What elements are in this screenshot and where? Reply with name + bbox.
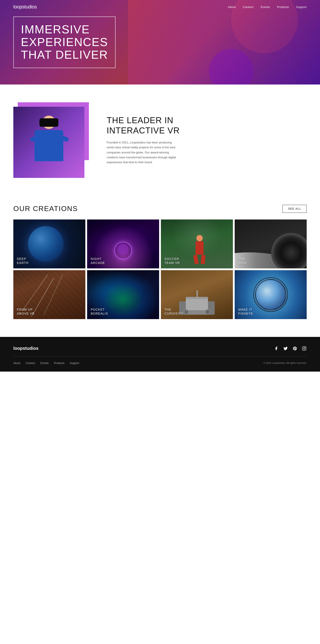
vr-headset <box>39 118 58 127</box>
fisheye-lens <box>255 279 286 310</box>
pinterest-icon[interactable] <box>293 346 297 351</box>
footer-link-careers[interactable]: Careers <box>25 362 35 365</box>
see-all-button[interactable]: SEE ALL <box>283 205 307 213</box>
svg-point-1 <box>304 348 305 349</box>
twitter-icon[interactable] <box>283 346 288 351</box>
rover-body <box>186 299 208 310</box>
creation-card-soccer[interactable]: SOCCER TEAM VR <box>161 220 233 268</box>
creations-section: OUR CREATIONS SEE ALL DEEP EARTH NIGHT A… <box>0 196 320 337</box>
card-label-night-arcade: NIGHT ARCADE <box>91 257 105 265</box>
creations-grid: DEEP EARTH NIGHT ARCADE SOCCER TEAM VR <box>13 220 307 319</box>
leader-heading: THE LEADER IN INTERACTIVE VR <box>107 116 307 136</box>
creation-card-curiosity[interactable]: THE CURIOSITY <box>161 270 233 319</box>
nav-link-careers[interactable]: Careers <box>243 5 254 9</box>
creation-card-from-up[interactable]: FROM UP ABOVE VR <box>13 270 85 319</box>
aerial-roads <box>13 270 85 319</box>
footer-link-events[interactable]: Events <box>40 362 49 365</box>
card-label-fisheye: MAKE IT FISHEYE <box>238 308 253 316</box>
footer-top: loopstudios <box>13 346 307 351</box>
footer-copyright: © 2021 Loopstudios. All rights reserved. <box>263 362 307 364</box>
rover-wheel-r <box>205 309 210 315</box>
creation-card-fisheye[interactable]: MAKE IT FISHEYE <box>235 270 307 319</box>
leader-image-container <box>13 102 89 178</box>
card-label-grid: THE GRID <box>238 257 247 265</box>
nav-logo: loopstudios <box>13 4 37 10</box>
footer-links: About Careers Events Products Support <box>13 361 79 365</box>
nav-link-products[interactable]: Products <box>277 5 289 9</box>
nav-link-about[interactable]: About <box>228 5 236 9</box>
creation-card-borealis[interactable]: POCKET BOREALIS <box>87 270 159 319</box>
footer-divider <box>13 356 307 356</box>
person-figure <box>27 111 71 178</box>
creations-title: OUR CREATIONS <box>13 204 78 213</box>
footer-link-support[interactable]: Support <box>70 362 79 365</box>
soccer-player <box>193 235 206 262</box>
nav-link-events[interactable]: Events <box>261 5 270 9</box>
arcade-inner <box>118 244 129 255</box>
main-nav: loopstudios About Careers Events Product… <box>0 0 320 14</box>
creation-card-night-arcade[interactable]: NIGHT ARCADE <box>87 220 159 268</box>
card-label-deep-earth: DEEP EARTH <box>17 257 28 265</box>
creation-card-grid[interactable]: THE GRID <box>235 220 307 268</box>
footer-bottom: About Careers Events Products Support © … <box>13 361 307 365</box>
nav-link-support[interactable]: Support <box>296 5 307 9</box>
creation-card-deep-earth[interactable]: DEEP EARTH <box>13 220 85 268</box>
creations-header: OUR CREATIONS SEE ALL <box>13 204 307 213</box>
facebook-icon[interactable] <box>274 346 279 351</box>
card-label-curiosity: THE CURIOSITY <box>164 308 183 316</box>
rover-mast <box>196 290 198 299</box>
rover-wheel-l <box>184 309 189 315</box>
footer-logo: loopstudios <box>13 346 38 351</box>
nav-links: About Careers Events Products Support <box>228 5 307 9</box>
leader-section: THE LEADER IN INTERACTIVE VR Founded in … <box>0 84 320 196</box>
svg-point-2 <box>305 347 305 348</box>
leader-image <box>13 107 84 178</box>
card-label-borealis: POCKET BOREALIS <box>91 308 108 316</box>
card-label-soccer: SOCCER TEAM VR <box>164 257 180 265</box>
hero-title: IMMERSIVE EXPERIENCES THAT DELIVER <box>21 23 108 62</box>
instagram-icon[interactable] <box>302 346 307 351</box>
footer-social <box>274 346 307 351</box>
leader-text: THE LEADER IN INTERACTIVE VR Founded in … <box>102 116 307 165</box>
hero-content: IMMERSIVE EXPERIENCES THAT DELIVER <box>13 16 116 68</box>
footer: loopstudios About Careers Events <box>0 337 320 372</box>
footer-link-about[interactable]: About <box>13 362 20 365</box>
leader-description: Founded in 2011, Loopstudios has been pr… <box>107 140 178 164</box>
svg-rect-0 <box>303 346 306 350</box>
footer-link-products[interactable]: Products <box>54 362 64 365</box>
